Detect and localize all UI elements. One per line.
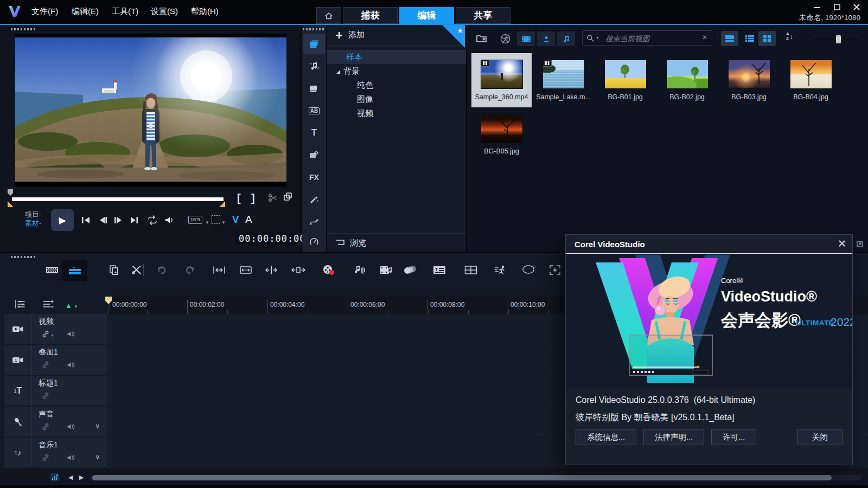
preview-scrubber[interactable] [12,197,224,201]
sort-button[interactable]: AZ ↓ [786,32,793,41]
media-item[interactable]: BG-B02.jpg [657,53,717,107]
capture-aperture-icon[interactable] [500,33,511,44]
next-frame-button[interactable] [113,215,124,226]
link-toggle[interactable] [42,392,49,400]
tab-capture[interactable]: 捕获 [343,7,398,24]
copy-clip-button[interactable] [104,260,124,280]
track-header[interactable]: 1 叠加1 [4,345,107,375]
import-folder-icon[interactable] [476,33,488,44]
system-info-button[interactable]: 系统信息... [576,429,636,445]
motion-tracking-button[interactable] [491,260,510,280]
range-selection-button[interactable] [236,260,256,280]
track-manager-button[interactable] [14,299,26,310]
audio-button[interactable] [303,56,325,76]
search-scope-chevron-icon[interactable]: ▼ [596,36,599,40]
sound-mixer-button[interactable] [350,260,369,280]
menu-edit[interactable]: 编辑(E) [72,7,99,17]
timeline-scrollbar-thumb[interactable] [92,475,832,480]
ripple-edit-button[interactable] [261,260,281,280]
timeline-scrollbar-track[interactable] [91,475,861,480]
category-solid-color[interactable]: 纯色 [327,78,466,92]
panel-resize-icon[interactable] [856,240,864,248]
mark-in-button[interactable]: [ [237,192,241,204]
marker-menu-button[interactable]: ▲▼ [65,300,78,310]
category-samples[interactable]: 样本 [327,50,466,64]
dialog-close-icon[interactable] [838,240,846,247]
link-toggle[interactable] [42,454,49,461]
add-track-button[interactable] [42,299,54,310]
timeline-fit-zoom-button[interactable] [50,473,60,481]
fx-filter-button[interactable]: FX [303,167,325,188]
track-header[interactable]: 1♪ 音乐1 ∨ [4,438,107,467]
redo-button[interactable] [180,260,200,280]
timeline-drag-handle[interactable] [11,256,36,258]
sticker-button[interactable] [303,189,325,210]
menu-tools[interactable]: 工具(T) [112,7,138,17]
split-scissors-icon[interactable] [268,193,278,203]
trim-start-handle[interactable] [8,201,14,207]
aspect-ratio-selector[interactable]: 16:9 [188,216,202,224]
waveform-toggle[interactable]: ∨ [95,422,100,430]
go-start-button[interactable] [80,215,91,226]
license-button[interactable]: 许可... [711,429,756,445]
thumbnail-size-slider[interactable] [812,38,860,40]
browse-button[interactable]: 浏览 [327,233,466,252]
scroll-right-button[interactable]: ▶ [79,474,84,481]
mask-creator-button[interactable] [519,260,538,280]
media-item[interactable]: Sample_360.mp4 [471,53,532,107]
filter-photos-button[interactable] [537,31,555,46]
list-view-button[interactable] [741,31,758,46]
dialog-titlebar[interactable]: Corel VideoStudio [566,235,852,254]
trim-end-handle[interactable] [219,201,225,207]
timeline-view-button[interactable] [62,260,87,281]
mute-toggle[interactable] [67,423,75,431]
menu-file[interactable]: 文件(F) [31,7,58,17]
scrub-pin-icon[interactable] [7,189,14,196]
motion-path-button[interactable] [303,211,325,232]
selection-tool[interactable] [212,215,220,224]
auto-music-button[interactable] [376,260,396,280]
video-toggle[interactable]: V [232,214,239,226]
media-item[interactable]: BG-B05.jpg [471,107,532,162]
menu-settings[interactable]: 设置(S) [151,7,178,17]
media-item[interactable]: BG-B01.jpg [595,53,655,107]
link-toggle[interactable] [42,361,49,369]
link-chevron-icon[interactable]: ▼ [50,333,54,337]
play-button[interactable]: ▶ [51,209,74,231]
minimize-icon[interactable] [814,3,821,11]
slider-thumb[interactable] [836,35,841,43]
category-video[interactable]: 视频 [327,106,466,120]
subtitle-editor-button[interactable]: T [430,260,449,280]
track-header[interactable]: 声音 ∨ [4,407,107,436]
panel-drag-handle[interactable] [11,28,36,30]
repeat-button[interactable] [146,215,158,226]
fit-project-button[interactable] [209,260,229,280]
filter-audio-button[interactable] [557,31,575,46]
media-library-button[interactable] [303,34,325,54]
track-header[interactable]: 1T 标题1 [4,376,107,406]
category-background-group[interactable]: ◢背景 [327,64,466,78]
selection-chevron-icon[interactable]: ▼ [221,220,226,225]
speed-button[interactable] [303,232,325,252]
maximize-icon[interactable] [833,3,841,11]
split-screen-template-button[interactable] [461,260,481,280]
tab-edit[interactable]: 编辑 [399,7,454,24]
legal-notices-button[interactable]: 法律声明... [643,429,704,445]
undo-button[interactable] [152,260,171,280]
home-button[interactable] [316,7,341,24]
tab-share[interactable]: 共享 [456,7,510,24]
category-image[interactable]: 图像 [327,92,466,106]
clip-mode-toggle[interactable]: 素材- [25,219,41,228]
link-toggle[interactable] [42,330,49,338]
mute-toggle[interactable] [67,330,75,338]
track-header[interactable]: 视频 ▼ [4,314,107,344]
timeline-zoom-button[interactable] [545,260,565,280]
project-mode-toggle[interactable]: 项目- [25,210,41,219]
graphics-button[interactable] [303,145,325,165]
close-icon[interactable] [853,3,860,11]
expand-triangle-icon[interactable]: ◢ [336,69,340,74]
media-item[interactable]: Sample_Lake.m... [533,53,593,107]
mute-toggle[interactable] [67,361,75,369]
filter-videos-button[interactable] [517,31,535,46]
grid-view-button[interactable] [758,31,776,46]
